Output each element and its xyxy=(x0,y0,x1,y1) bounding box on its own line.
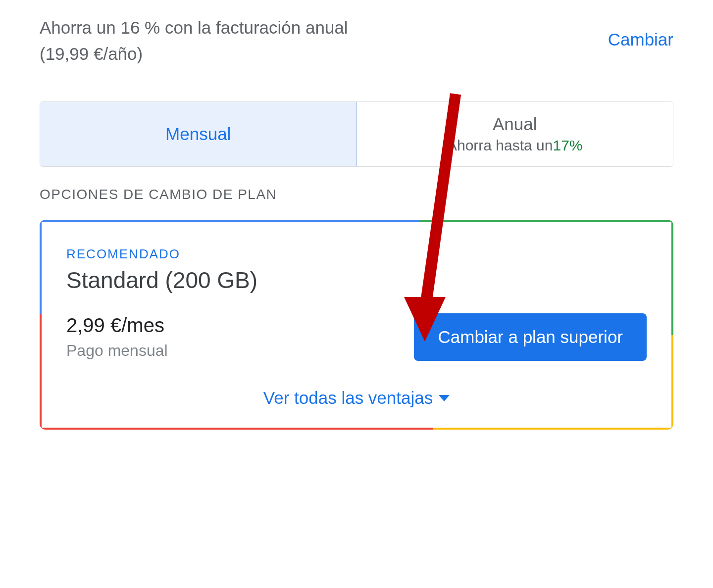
see-benefits-link[interactable]: Ver todas las ventajas xyxy=(66,388,647,408)
tab-annual-sublabel: Ahorra hasta un17% xyxy=(447,137,583,154)
tab-annual-label: Anual xyxy=(493,114,537,134)
upgrade-button[interactable]: Cambiar a plan superior xyxy=(414,313,647,361)
billing-tabs: Mensual Anual Ahorra hasta un17% xyxy=(40,101,673,167)
change-link[interactable]: Cambiar xyxy=(608,30,673,49)
recommended-label: RECOMENDADO xyxy=(66,246,647,262)
plan-card: RECOMENDADO Standard (200 GB) 2,99 €/mes… xyxy=(40,220,673,430)
savings-info-text: Ahorra un 16 % con la facturación anual … xyxy=(40,15,386,67)
section-label: OPCIONES DE CAMBIO DE PLAN xyxy=(40,187,673,202)
plan-name: Standard (200 GB) xyxy=(66,267,647,294)
caret-down-icon xyxy=(439,395,450,401)
plan-payment-type: Pago mensual xyxy=(66,342,168,360)
see-benefits-label: Ver todas las ventajas xyxy=(263,388,433,408)
tab-annual[interactable]: Anual Ahorra hasta un17% xyxy=(357,102,673,166)
tab-monthly[interactable]: Mensual xyxy=(40,102,357,166)
tab-monthly-label: Mensual xyxy=(165,124,231,144)
plan-price: 2,99 €/mes xyxy=(66,314,168,337)
